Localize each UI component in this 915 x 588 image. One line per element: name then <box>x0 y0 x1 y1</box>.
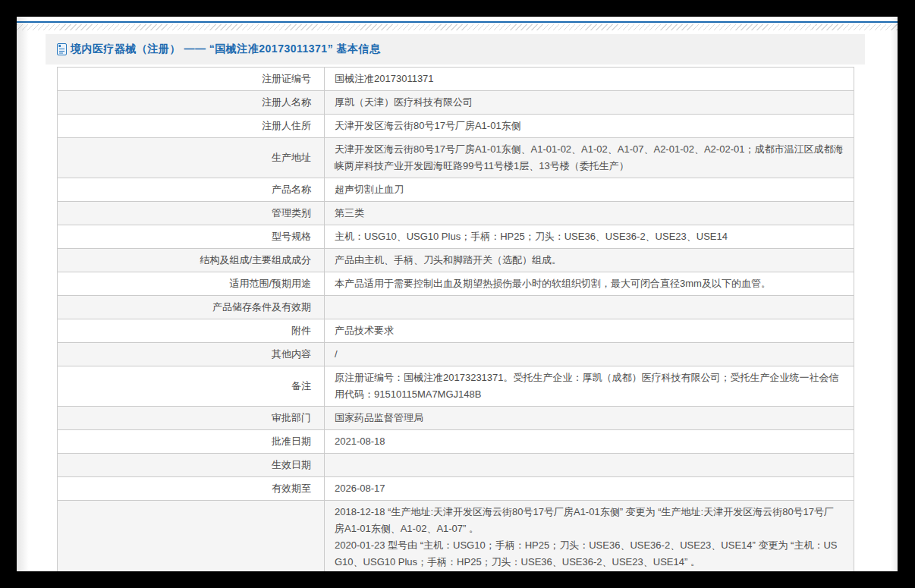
info-table-wrap: 注册证编号国械注准20173011371注册人名称厚凯（天津）医疗科技有限公司注… <box>57 67 854 571</box>
left-edge-shadow <box>17 17 29 571</box>
row-label: 备注 <box>58 366 325 407</box>
row-value-line: 2020-01-23 型号由 “主机：USG10；手柄：HP25；刀头：USE3… <box>335 537 844 571</box>
row-label: 注册证编号 <box>58 68 325 91</box>
top-accent-line <box>17 21 898 23</box>
table-row: 型号规格主机：USG10、USG10 Plus；手柄：HP25；刀头：USE36… <box>58 225 854 249</box>
row-value: 厚凯（天津）医疗科技有限公司 <box>325 91 854 115</box>
table-row: 有效期至2026-08-17 <box>58 477 854 501</box>
row-label: 产品储存条件及有效期 <box>58 296 325 319</box>
registration-info-table: 注册证编号国械注准20173011371注册人名称厚凯（天津）医疗科技有限公司注… <box>57 67 854 571</box>
row-value: 本产品适用于需要控制出血及期望热损伤最小时的软组织切割，最大可闭合直径3mm及以… <box>325 272 854 296</box>
page-title: 境内医疗器械（注册） —— “国械注准20173011371” 基本信息 <box>71 42 381 56</box>
row-label: 批准日期 <box>58 430 325 454</box>
row-value: 2021-08-18 <box>325 430 854 454</box>
table-row: 生效日期 <box>58 454 854 477</box>
row-label: 注册人住所 <box>58 115 325 138</box>
table-row: 备注原注册证编号：国械注准20173231371。受托生产企业：厚凯（成都）医疗… <box>58 366 854 407</box>
page-body: 境内医疗器械（注册） —— “国械注准20173011371” 基本信息 注册证… <box>17 17 898 571</box>
row-label: 有效期至 <box>58 477 325 501</box>
table-row: 结构及组成/主要组成成分产品由主机、手柄、刀头和脚踏开关（选配）组成。 <box>58 249 854 272</box>
hatched-divider-strip <box>17 24 898 30</box>
table-row: 产品储存条件及有效期 <box>58 296 854 319</box>
table-row: 产品名称超声切割止血刀 <box>58 178 854 202</box>
row-label: 其他内容 <box>58 343 325 366</box>
row-label: 附件 <box>58 319 325 343</box>
row-value: 2018-12-18 “生产地址:天津开发区海云街80号17号厂房A1-01东侧… <box>325 501 854 572</box>
row-label: 产品名称 <box>58 178 325 202</box>
row-value: 超声切割止血刀 <box>325 178 854 202</box>
row-value: / <box>325 343 854 366</box>
row-label: 适用范围/预期用途 <box>58 272 325 296</box>
row-label: 注册人名称 <box>58 91 325 115</box>
table-row: 注册人名称厚凯（天津）医疗科技有限公司 <box>58 91 854 115</box>
row-value: 产品技术要求 <box>325 319 854 343</box>
row-value <box>325 296 854 319</box>
row-value: 第三类 <box>325 202 854 225</box>
right-edge-shadow <box>890 17 898 571</box>
table-row: 生产地址天津开发区海云街80号17号厂房A1-01东侧、A1-01-02、A1-… <box>58 138 854 178</box>
table-row: 附件产品技术要求 <box>58 319 854 343</box>
row-value: 国家药品监督管理局 <box>325 407 854 430</box>
row-label <box>58 501 325 572</box>
table-row: 适用范围/预期用途本产品适用于需要控制出血及期望热损伤最小时的软组织切割，最大可… <box>58 272 854 296</box>
table-row: 批准日期2021-08-18 <box>58 430 854 454</box>
row-value: 天津开发区海云街80号17号厂房A1-01东侧 <box>325 115 854 138</box>
row-value: 原注册证编号：国械注准20173231371。受托生产企业：厚凯（成都）医疗科技… <box>325 366 854 407</box>
row-label: 审批部门 <box>58 407 325 430</box>
info-table-body: 注册证编号国械注准20173011371注册人名称厚凯（天津）医疗科技有限公司注… <box>58 68 854 572</box>
row-value: 天津开发区海云街80号17号厂房A1-01东侧、A1-01-02、A1-02、A… <box>325 138 854 178</box>
table-row: 审批部门国家药品监督管理局 <box>58 407 854 430</box>
table-row: 其他内容/ <box>58 343 854 366</box>
row-label: 型号规格 <box>58 225 325 249</box>
row-value: 主机：USG10、USG10 Plus；手柄：HP25；刀头：USE36、USE… <box>325 225 854 249</box>
panel-title-bar: 境内医疗器械（注册） —— “国械注准20173011371” 基本信息 <box>46 34 865 64</box>
table-row: 2018-12-18 “生产地址:天津开发区海云街80号17号厂房A1-01东侧… <box>58 501 854 572</box>
registration-info-panel: 境内医疗器械（注册） —— “国械注准20173011371” 基本信息 注册证… <box>46 34 865 571</box>
row-value: 国械注准20173011371 <box>325 68 854 91</box>
row-value: 2026-08-17 <box>325 477 854 501</box>
row-value: 产品由主机、手柄、刀头和脚踏开关（选配）组成。 <box>325 249 854 272</box>
row-label: 生效日期 <box>58 454 325 477</box>
screenshot-frame: 境内医疗器械（注册） —— “国械注准20173011371” 基本信息 注册证… <box>0 0 915 588</box>
row-label: 结构及组成/主要组成成分 <box>58 249 325 272</box>
document-icon <box>57 43 67 55</box>
table-row: 注册证编号国械注准20173011371 <box>58 68 854 91</box>
row-value-line: 产品技术要求变更见：产品技术要求变更对比表 <box>335 571 844 571</box>
row-label: 管理类别 <box>58 202 325 225</box>
row-value-line: 2018-12-18 “生产地址:天津开发区海云街80号17号厂房A1-01东侧… <box>335 504 844 537</box>
row-label: 生产地址 <box>58 138 325 178</box>
table-row: 管理类别第三类 <box>58 202 854 225</box>
table-row: 注册人住所天津开发区海云街80号17号厂房A1-01东侧 <box>58 115 854 138</box>
row-value <box>325 454 854 477</box>
